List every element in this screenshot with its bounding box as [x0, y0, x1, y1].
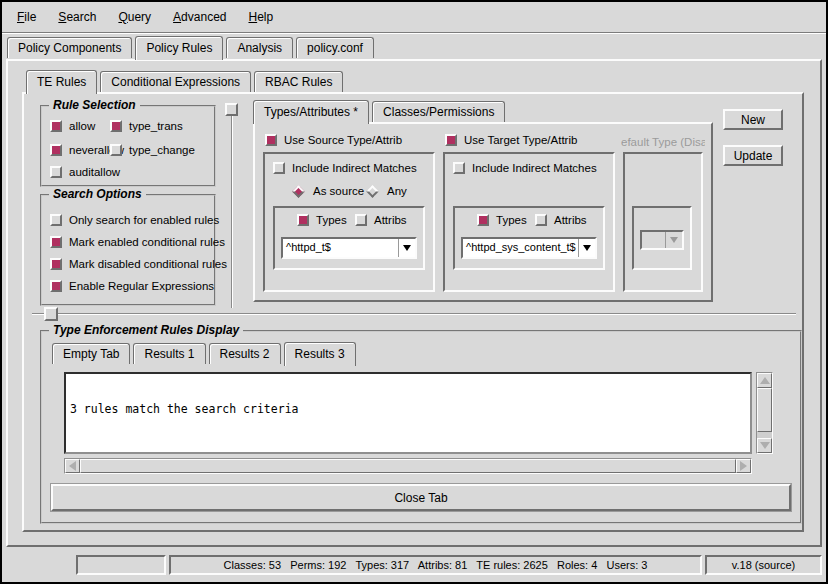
horizontal-scroll-thumb[interactable] [80, 459, 736, 473]
checkbox-type-trans[interactable]: type_trans [110, 120, 183, 132]
mark-enabled-checkbox[interactable] [50, 236, 62, 248]
source-type-combobox[interactable]: ^httpd_t$ [281, 237, 417, 259]
target-combo-arrow-button[interactable] [578, 239, 595, 257]
neverallow-checkbox[interactable] [50, 144, 62, 156]
use-source-checkbox[interactable] [265, 134, 277, 146]
tab-policy-conf[interactable]: policy.conf [296, 37, 374, 58]
regex-label: Enable Regular Expressions [69, 280, 214, 292]
target-indirect-checkbox[interactable] [453, 162, 465, 174]
only-enabled-checkbox[interactable] [50, 214, 62, 226]
target-indirect-label: Include Indirect Matches [472, 162, 597, 174]
vertical-sash-handle[interactable] [225, 103, 238, 116]
target-attribs-label: Attribs [554, 214, 587, 226]
tab-rbac-rules[interactable]: RBAC Rules [254, 71, 343, 92]
source-attribs-label: Attribs [374, 214, 407, 226]
results-vertical-scrollbar[interactable] [756, 372, 773, 454]
checkbox-mark-enabled[interactable]: Mark enabled conditional rules [50, 236, 225, 248]
horizontal-sash-handle[interactable] [44, 307, 58, 321]
menu-help[interactable]: Help [237, 6, 284, 28]
results-horizontal-scrollbar[interactable] [64, 458, 752, 474]
any-radio[interactable] [366, 185, 379, 198]
menu-search-rest: earch [66, 10, 96, 24]
close-tab-button[interactable]: Close Tab [51, 484, 791, 511]
as-source-radio-row[interactable]: As source [291, 185, 364, 197]
as-source-label: As source [313, 185, 364, 197]
tab-classes-permissions[interactable]: Classes/Permissions [372, 101, 505, 122]
regex-checkbox[interactable] [50, 280, 62, 292]
menu-advanced-key: A [173, 10, 181, 24]
target-type-combobox[interactable]: ^httpd_sys_content_t$ [461, 237, 597, 259]
ta-tab-bar: Types/Attributes * Classes/Permissions [253, 100, 508, 122]
menu-bar: File Search Query Advanced Help [2, 2, 826, 32]
tab-policy-rules[interactable]: Policy Rules [135, 36, 223, 60]
source-indirect-row[interactable]: Include Indirect Matches [273, 162, 417, 174]
tab-analysis[interactable]: Analysis [226, 37, 293, 58]
target-types-checkbox[interactable] [477, 214, 489, 226]
use-target-checkbox[interactable] [445, 134, 457, 146]
type-trans-checkbox[interactable] [110, 120, 122, 132]
tab-results-3[interactable]: Results 3 [284, 342, 356, 366]
mark-enabled-label: Mark enabled conditional rules [69, 236, 225, 248]
scroll-right-button[interactable] [736, 459, 751, 473]
source-indirect-checkbox[interactable] [273, 162, 285, 174]
tab-results-2[interactable]: Results 2 [209, 343, 281, 364]
type-change-checkbox[interactable] [110, 144, 122, 156]
results-text-area[interactable]: 3 rules match the search criteria (5822)… [64, 372, 752, 454]
auditallow-checkbox[interactable] [50, 166, 62, 178]
mark-disabled-checkbox[interactable] [50, 258, 62, 270]
update-button[interactable]: Update [723, 145, 783, 166]
target-indirect-row[interactable]: Include Indirect Matches [453, 162, 597, 174]
source-types-row[interactable]: Types [297, 214, 347, 226]
use-target-row[interactable]: Use Target Type/Attrib [445, 134, 577, 146]
auditallow-label: auditallow [69, 166, 120, 178]
target-attribs-checkbox[interactable] [535, 214, 547, 226]
source-combo-arrow-button[interactable] [398, 239, 415, 257]
source-type-value: ^httpd_t$ [283, 239, 398, 257]
vertical-scroll-thumb[interactable] [757, 388, 772, 432]
checkbox-regex[interactable]: Enable Regular Expressions [50, 280, 214, 292]
mark-disabled-label: Mark disabled conditional rules [69, 258, 227, 270]
checkbox-mark-disabled[interactable]: Mark disabled conditional rules [50, 258, 227, 270]
allow-label: allow [69, 120, 95, 132]
tab-types-attributes[interactable]: Types/Attributes * [253, 100, 369, 124]
arrow-left-icon [69, 461, 76, 471]
target-attribs-row[interactable]: Attribs [535, 214, 587, 226]
tab-te-rules[interactable]: TE Rules [26, 70, 97, 94]
allow-checkbox[interactable] [50, 120, 62, 132]
source-types-frame: Types Attribs ^httpd_t$ [273, 206, 425, 270]
as-source-radio[interactable] [292, 185, 305, 198]
menu-search[interactable]: Search [47, 6, 107, 28]
tab-empty[interactable]: Empty Tab [52, 343, 130, 364]
new-button[interactable]: New [723, 109, 783, 130]
checkbox-type-change[interactable]: type_change [110, 144, 195, 156]
menu-file[interactable]: File [6, 6, 47, 28]
menu-query[interactable]: Query [107, 6, 162, 28]
source-attribs-row[interactable]: Attribs [355, 214, 407, 226]
tab-conditional-expressions[interactable]: Conditional Expressions [100, 71, 251, 92]
status-version: v.18 (source) [705, 555, 822, 575]
checkbox-only-enabled[interactable]: Only search for enabled rules [50, 214, 219, 226]
target-types-row[interactable]: Types [477, 214, 527, 226]
vertical-sash-line [231, 106, 233, 308]
any-radio-row[interactable]: Any [365, 185, 407, 197]
menu-advanced[interactable]: Advanced [162, 6, 237, 28]
menu-file-rest: ile [24, 10, 36, 24]
checkbox-allow[interactable]: allow [50, 120, 95, 132]
source-indirect-label: Include Indirect Matches [292, 162, 417, 174]
use-source-row[interactable]: Use Source Type/Attrib [265, 134, 402, 146]
tab-policy-components[interactable]: Policy Components [7, 37, 132, 58]
default-type-value [642, 232, 665, 248]
checkbox-auditallow[interactable]: auditallow [50, 166, 120, 178]
scroll-down-button[interactable] [757, 438, 772, 453]
source-attribs-checkbox[interactable] [355, 214, 367, 226]
main-tab-bar: Policy Components Policy Rules Analysis … [7, 36, 377, 58]
search-options-frame: Search Options Only search for enabled r… [40, 194, 216, 306]
te-rules-panel: Rule Selection allow type_trans neverall… [22, 92, 804, 532]
default-combo-arrow-button [665, 232, 682, 248]
target-frame: Include Indirect Matches Types Attribs ^… [443, 152, 615, 292]
target-types-label: Types [496, 214, 527, 226]
tab-results-1[interactable]: Results 1 [133, 343, 205, 364]
scroll-left-button[interactable] [65, 459, 80, 473]
scroll-up-button[interactable] [757, 373, 772, 388]
source-types-checkbox[interactable] [297, 214, 309, 226]
